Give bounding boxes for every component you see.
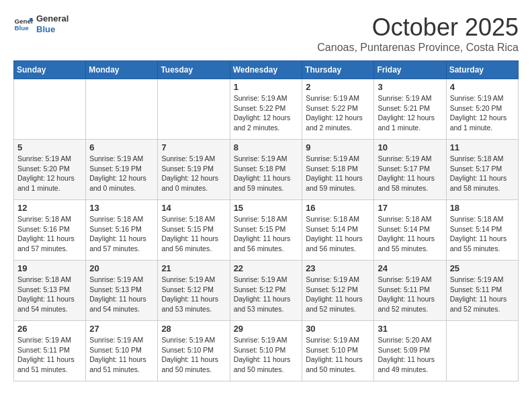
day-info: Sunrise: 5:18 AM Sunset: 5:14 PM Dayligh…: [450, 214, 515, 254]
logo: General Blue General Blue: [13, 13, 69, 34]
location-title: Canoas, Puntarenas Province, Costa Rica: [317, 42, 519, 54]
logo-icon: General Blue: [13, 14, 34, 34]
calendar-header-thursday: Thursday: [302, 61, 374, 79]
calendar-cell: [86, 79, 158, 140]
day-info: Sunrise: 5:19 AM Sunset: 5:19 PM Dayligh…: [161, 154, 226, 193]
day-info: Sunrise: 5:19 AM Sunset: 5:21 PM Dayligh…: [378, 93, 442, 133]
header: General Blue General Blue October 2025 C…: [13, 13, 519, 54]
day-info: Sunrise: 5:19 AM Sunset: 5:11 PM Dayligh…: [17, 335, 82, 375]
day-number: 20: [89, 263, 154, 273]
calendar-cell: 2Sunrise: 5:19 AM Sunset: 5:22 PM Daylig…: [302, 79, 374, 140]
calendar-cell: 28Sunrise: 5:19 AM Sunset: 5:10 PM Dayli…: [158, 321, 230, 381]
day-info: Sunrise: 5:20 AM Sunset: 5:09 PM Dayligh…: [378, 335, 442, 375]
day-number: 14: [161, 203, 226, 213]
day-number: 3: [378, 82, 442, 92]
day-number: 13: [89, 203, 154, 213]
calendar-cell: 15Sunrise: 5:18 AM Sunset: 5:15 PM Dayli…: [230, 200, 302, 261]
day-number: 18: [450, 203, 515, 213]
calendar-week-row: 5Sunrise: 5:19 AM Sunset: 5:20 PM Daylig…: [14, 140, 519, 200]
calendar-cell: 1Sunrise: 5:19 AM Sunset: 5:22 PM Daylig…: [230, 79, 302, 140]
svg-text:Blue: Blue: [15, 24, 30, 32]
calendar-cell: 5Sunrise: 5:19 AM Sunset: 5:20 PM Daylig…: [14, 140, 86, 200]
day-number: 28: [161, 324, 226, 334]
day-number: 25: [450, 263, 515, 273]
day-info: Sunrise: 5:19 AM Sunset: 5:17 PM Dayligh…: [378, 154, 442, 193]
day-info: Sunrise: 5:18 AM Sunset: 5:16 PM Dayligh…: [89, 214, 154, 254]
day-info: Sunrise: 5:18 AM Sunset: 5:17 PM Dayligh…: [450, 154, 515, 193]
calendar-cell: 27Sunrise: 5:19 AM Sunset: 5:10 PM Dayli…: [86, 321, 158, 381]
day-info: Sunrise: 5:19 AM Sunset: 5:20 PM Dayligh…: [17, 154, 82, 193]
calendar-header-tuesday: Tuesday: [158, 61, 230, 79]
calendar-cell: 14Sunrise: 5:18 AM Sunset: 5:15 PM Dayli…: [158, 200, 230, 261]
calendar-cell: 10Sunrise: 5:19 AM Sunset: 5:17 PM Dayli…: [374, 140, 446, 200]
day-info: Sunrise: 5:19 AM Sunset: 5:10 PM Dayligh…: [161, 335, 226, 375]
day-info: Sunrise: 5:19 AM Sunset: 5:22 PM Dayligh…: [306, 93, 370, 133]
day-info: Sunrise: 5:19 AM Sunset: 5:11 PM Dayligh…: [378, 275, 442, 314]
day-number: 5: [17, 142, 82, 152]
calendar-cell: [14, 79, 86, 140]
calendar-cell: [446, 321, 518, 381]
calendar-cell: 18Sunrise: 5:18 AM Sunset: 5:14 PM Dayli…: [446, 200, 518, 261]
calendar-cell: 22Sunrise: 5:19 AM Sunset: 5:12 PM Dayli…: [230, 261, 302, 321]
calendar-cell: 9Sunrise: 5:19 AM Sunset: 5:18 PM Daylig…: [302, 140, 374, 200]
day-info: Sunrise: 5:18 AM Sunset: 5:14 PM Dayligh…: [378, 214, 442, 254]
day-number: 30: [306, 324, 370, 334]
calendar-cell: 8Sunrise: 5:19 AM Sunset: 5:18 PM Daylig…: [230, 140, 302, 200]
day-number: 19: [17, 263, 82, 273]
day-number: 1: [234, 82, 299, 92]
day-info: Sunrise: 5:19 AM Sunset: 5:10 PM Dayligh…: [234, 335, 299, 375]
day-number: 17: [378, 203, 442, 213]
day-info: Sunrise: 5:19 AM Sunset: 5:12 PM Dayligh…: [306, 275, 370, 314]
day-number: 2: [306, 82, 370, 92]
day-info: Sunrise: 5:19 AM Sunset: 5:11 PM Dayligh…: [450, 275, 515, 314]
day-info: Sunrise: 5:18 AM Sunset: 5:15 PM Dayligh…: [234, 214, 299, 254]
day-info: Sunrise: 5:18 AM Sunset: 5:15 PM Dayligh…: [161, 214, 226, 254]
calendar-cell: 24Sunrise: 5:19 AM Sunset: 5:11 PM Dayli…: [374, 261, 446, 321]
calendar-header-sunday: Sunday: [14, 61, 86, 79]
day-number: 23: [306, 263, 370, 273]
calendar-header-saturday: Saturday: [446, 61, 518, 79]
calendar-cell: 13Sunrise: 5:18 AM Sunset: 5:16 PM Dayli…: [86, 200, 158, 261]
day-info: Sunrise: 5:18 AM Sunset: 5:16 PM Dayligh…: [17, 214, 82, 254]
day-number: 31: [378, 324, 442, 334]
day-number: 21: [161, 263, 226, 273]
day-number: 15: [234, 203, 299, 213]
day-number: 6: [89, 142, 154, 152]
calendar-header-wednesday: Wednesday: [230, 61, 302, 79]
day-info: Sunrise: 5:19 AM Sunset: 5:12 PM Dayligh…: [161, 275, 226, 314]
calendar-cell: 17Sunrise: 5:18 AM Sunset: 5:14 PM Dayli…: [374, 200, 446, 261]
day-info: Sunrise: 5:19 AM Sunset: 5:10 PM Dayligh…: [89, 335, 154, 375]
day-info: Sunrise: 5:18 AM Sunset: 5:14 PM Dayligh…: [306, 214, 370, 254]
day-number: 10: [378, 142, 442, 152]
day-number: 12: [17, 203, 82, 213]
calendar-cell: 23Sunrise: 5:19 AM Sunset: 5:12 PM Dayli…: [302, 261, 374, 321]
day-info: Sunrise: 5:19 AM Sunset: 5:19 PM Dayligh…: [89, 154, 154, 193]
calendar-cell: 31Sunrise: 5:20 AM Sunset: 5:09 PM Dayli…: [374, 321, 446, 381]
calendar: SundayMondayTuesdayWednesdayThursdayFrid…: [13, 60, 519, 381]
day-number: 26: [17, 324, 82, 334]
calendar-cell: 16Sunrise: 5:18 AM Sunset: 5:14 PM Dayli…: [302, 200, 374, 261]
calendar-cell: 11Sunrise: 5:18 AM Sunset: 5:17 PM Dayli…: [446, 140, 518, 200]
day-info: Sunrise: 5:19 AM Sunset: 5:20 PM Dayligh…: [450, 93, 515, 133]
day-number: 24: [378, 263, 442, 273]
day-info: Sunrise: 5:19 AM Sunset: 5:13 PM Dayligh…: [89, 275, 154, 314]
day-number: 27: [89, 324, 154, 334]
calendar-week-row: 12Sunrise: 5:18 AM Sunset: 5:16 PM Dayli…: [14, 200, 519, 261]
calendar-header-row: SundayMondayTuesdayWednesdayThursdayFrid…: [14, 61, 519, 79]
logo-blue: Blue: [36, 24, 69, 35]
calendar-cell: 3Sunrise: 5:19 AM Sunset: 5:21 PM Daylig…: [374, 79, 446, 140]
day-info: Sunrise: 5:19 AM Sunset: 5:12 PM Dayligh…: [234, 275, 299, 314]
day-number: 7: [161, 142, 226, 152]
day-number: 16: [306, 203, 370, 213]
day-number: 29: [234, 324, 299, 334]
calendar-cell: 19Sunrise: 5:18 AM Sunset: 5:13 PM Dayli…: [14, 261, 86, 321]
month-title: October 2025: [317, 13, 519, 42]
day-info: Sunrise: 5:19 AM Sunset: 5:22 PM Dayligh…: [234, 93, 299, 133]
day-number: 11: [450, 142, 515, 152]
calendar-cell: 20Sunrise: 5:19 AM Sunset: 5:13 PM Dayli…: [86, 261, 158, 321]
calendar-cell: 21Sunrise: 5:19 AM Sunset: 5:12 PM Dayli…: [158, 261, 230, 321]
day-number: 8: [234, 142, 299, 152]
calendar-week-row: 26Sunrise: 5:19 AM Sunset: 5:11 PM Dayli…: [14, 321, 519, 381]
calendar-cell: 7Sunrise: 5:19 AM Sunset: 5:19 PM Daylig…: [158, 140, 230, 200]
calendar-header-friday: Friday: [374, 61, 446, 79]
